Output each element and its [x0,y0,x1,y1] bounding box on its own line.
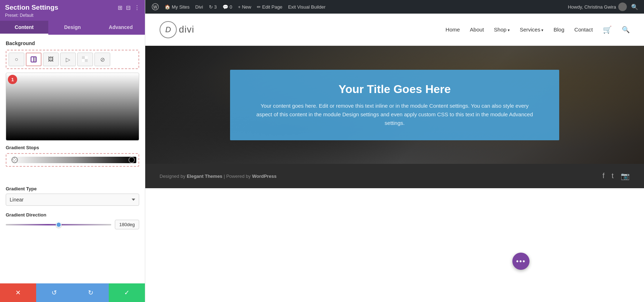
site-logo: D divi [160,21,194,38]
panel-body: Background ○ 🖼 ▷ ⊘ [0,35,145,283]
cancel-button[interactable]: ✕ [0,283,36,302]
gradient-type-group: Gradient Type Linear Radial Conic [6,186,139,206]
edit-page-item[interactable]: ✏ Edit Page [254,0,285,14]
tab-advanced[interactable]: Advanced [97,21,145,35]
svg-rect-1 [31,57,33,62]
logo-circle: D [160,21,177,38]
badge-1: 1 [8,75,17,84]
svg-text:W: W [153,5,157,10]
below-footer-area [145,188,644,260]
gradient-type-select[interactable]: Linear Radial Conic [6,194,139,206]
floating-dots-icon: ••• [516,257,526,266]
columns-icon[interactable]: ⊟ [126,4,131,11]
gradient-type-label: Gradient Type [6,186,139,191]
gradient-stop-right[interactable] [128,157,135,163]
my-sites-icon: 🏠 [165,4,170,10]
floating-menu-button[interactable]: ••• [512,253,530,270]
nav-shop[interactable]: Shop [494,26,510,33]
panel-tabs: Content Design Advanced [0,21,145,35]
fullscreen-icon[interactable]: ⊞ [118,4,122,11]
gradient-preview-wrapper: 1 [6,73,139,141]
undo-button[interactable]: ↺ [36,283,72,302]
background-type-selector: ○ 🖼 ▷ ⊘ [6,50,139,69]
nav-contact[interactable]: Contact [574,26,593,33]
tab-content[interactable]: Content [0,21,48,35]
hero-subtitle: Your content goes here. Edit or remove t… [255,102,534,127]
bg-type-color[interactable] [26,53,42,66]
redo-button[interactable]: ↻ [73,283,109,302]
hero-title: Your Title Goes Here [248,83,541,96]
site-preview: W 🏠 My Sites Divi ↻ 3 💬 0 + New ✏ Edit P… [145,0,644,302]
twitter-icon[interactable]: t [611,172,614,180]
user-avatar [618,3,627,11]
section-settings-panel: Section Settings ⊞ ⊟ ⋮ Preset: Default C… [0,0,145,302]
admin-search-icon[interactable]: 🔍 [629,4,640,10]
save-button[interactable]: ✓ [109,283,145,302]
comments-icon: 💬 [223,4,228,10]
updates-item[interactable]: ↻ 3 [206,0,220,14]
nav-services[interactable]: Services [520,26,544,33]
my-sites-item[interactable]: 🏠 My Sites [162,0,192,14]
gradient-direction-slider[interactable] [6,224,111,225]
nav-search-icon[interactable]: 🔍 [622,26,630,34]
bg-type-pattern[interactable] [77,53,93,66]
instagram-icon[interactable]: 📷 [621,172,630,180]
new-item[interactable]: + New [235,0,254,14]
preset-dropdown[interactable]: Preset: Default [5,13,140,21]
nav-home[interactable]: Home [445,26,460,33]
footer-credit: Designed by Elegant Themes | Powered by … [160,174,277,179]
stop-badges-row: 2 3 [6,169,139,180]
panel-actions: ✕ ↺ ↻ ✓ [0,283,145,302]
svg-rect-3 [82,56,85,59]
exit-builder-item[interactable]: Exit Visual Builder [285,0,328,14]
hero-section: Your Title Goes Here Your content goes h… [145,46,644,164]
divi-item[interactable]: Divi [192,0,206,14]
tab-design[interactable]: Design [48,21,97,35]
gradient-direction-value[interactable] [115,220,139,229]
bg-type-other[interactable]: ⊘ [94,53,110,66]
svg-rect-4 [85,59,88,62]
svg-rect-6 [82,59,85,62]
wp-icon-item[interactable]: W [149,0,162,14]
more-options-icon[interactable]: ⋮ [134,4,140,11]
logo-text: divi [179,24,194,35]
hero-content-box: Your Title Goes Here Your content goes h… [230,70,559,140]
gradient-direction-group: Gradient Direction [6,212,139,229]
update-icon: ↻ [209,4,213,10]
gradient-stops-bar[interactable] [9,157,136,163]
background-label: Background [6,40,139,46]
comments-item[interactable]: 💬 0 [220,0,235,14]
panel-header-icons: ⊞ ⊟ ⋮ [118,4,140,11]
gradient-preview[interactable] [6,73,139,141]
nav-about[interactable]: About [470,26,484,33]
bg-type-image[interactable]: 🖼 [43,53,59,66]
site-footer: Designed by Elegant Themes | Powered by … [145,164,644,188]
site-area: D divi Home About Shop Services Blog Con… [145,14,644,302]
cart-icon[interactable]: 🛒 [603,25,612,34]
panel-title: Section Settings [5,4,58,11]
site-navigation: D divi Home About Shop Services Blog Con… [145,14,644,46]
bg-type-video[interactable]: ▷ [60,53,76,66]
bg-type-none[interactable]: ○ [9,53,24,66]
wp-admin-bar: W 🏠 My Sites Divi ↻ 3 💬 0 + New ✏ Edit P… [145,0,644,14]
svg-rect-5 [85,56,88,59]
user-greeting: Howdy, Christina Gwira [568,4,616,10]
gradient-stops-label: Gradient Stops [6,145,139,150]
admin-bar-right: Howdy, Christina Gwira 🔍 [568,3,640,11]
panel-header: Section Settings ⊞ ⊟ ⋮ Preset: Default [0,0,145,21]
site-nav-links: Home About Shop Services Blog Contact 🛒 … [445,25,630,34]
facebook-icon[interactable]: f [602,172,605,180]
gradient-stops-wrapper [6,153,139,167]
svg-rect-2 [34,57,36,62]
nav-blog[interactable]: Blog [553,26,564,33]
gradient-stop-left[interactable] [11,157,18,163]
footer-social: f t 📷 [602,172,630,180]
gradient-direction-label: Gradient Direction [6,212,139,218]
